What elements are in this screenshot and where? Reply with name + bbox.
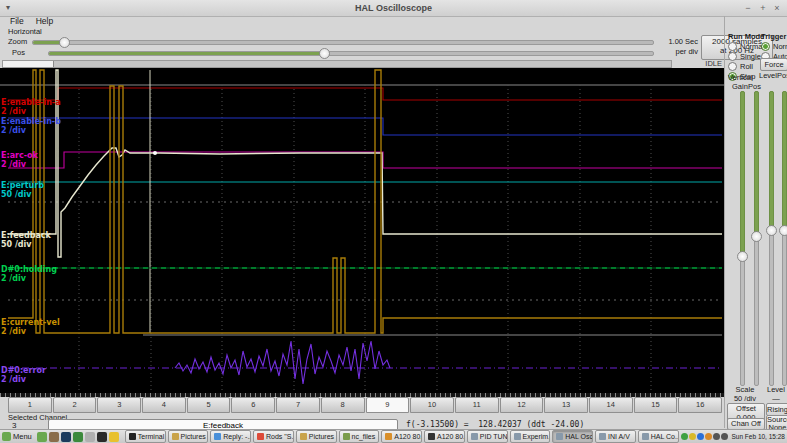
trigger-normal[interactable]: Normal [761,42,787,51]
channel-tab-2[interactable]: 2 [53,397,97,413]
taskbar: Menu TerminalPicturesReply: -...Rods "S.… [0,429,787,443]
channel-tab-12[interactable]: 12 [500,397,544,413]
taskbar-window-label: HAL Osc... [565,433,593,440]
trigger-pos-slider[interactable] [782,91,787,386]
vertical-pos-slider-handle[interactable] [751,231,762,242]
taskbar-window-icon [214,433,221,440]
taskbar-window-icon [300,433,307,440]
mint-menu-icon [2,432,11,441]
channel-tab-5[interactable]: 5 [187,397,231,413]
taskbar-window-icon [642,433,649,440]
taskbar-window-icon [556,433,563,440]
window-menu-icon[interactable]: ▾ [6,3,10,12]
channel-tab-16[interactable]: 16 [678,397,722,413]
browser-icon[interactable] [61,432,71,442]
level-label: Level [765,385,787,394]
taskbar-window-10[interactable]: HAL Osc... [552,430,593,443]
taskbar-window-5[interactable]: nc_files [339,430,380,443]
taskbar-window-2[interactable]: Reply: -... [210,430,251,443]
run-mode-roll[interactable]: Roll [728,62,764,71]
channel-label-e-enable-in-a: E:enable-in-a 2 /div [1,98,61,116]
force-button[interactable]: Force [760,58,787,71]
channel-label-e-feedback: E:feedback 50 /div [1,231,51,249]
zoom-slider-handle[interactable] [59,37,70,48]
taskbar-clock: Sun Feb 10, 15:28 [732,433,786,440]
channel-tab-11[interactable]: 11 [455,397,499,413]
channel-tab-8[interactable]: 8 [321,397,365,413]
close-button[interactable]: × [770,2,784,14]
taskbar-window-6[interactable]: A120 80... [381,430,422,443]
channel-tab-1[interactable]: 1 [8,397,52,413]
channel-tab-10[interactable]: 10 [410,397,454,413]
hal-oscilloscope-window: ▾ HAL Oscilloscope − + × FileHelp Horizo… [0,0,787,443]
record-scrollbar[interactable] [2,60,672,68]
taskbar-window-icon [343,433,350,440]
title-bar: ▾ HAL Oscilloscope − + × [0,0,787,17]
run-mode-single[interactable]: Single [728,52,764,61]
vertical-gain-slider-handle[interactable] [737,251,748,262]
maximize-button[interactable]: + [756,2,770,14]
run-mode-single-radio-icon [728,52,737,61]
update-shield-icon[interactable] [681,433,688,440]
taskbar-window-3[interactable]: Rods "S... [253,430,294,443]
minimize-button[interactable]: − [741,2,755,14]
run-mode-label: Run Mode [728,32,764,41]
channel-tab-7[interactable]: 7 [276,397,320,413]
scope-display[interactable]: E:enable-in-a 2 /divE:enable-in-b 2 /div… [0,68,724,397]
chrome-tray-icon[interactable] [689,433,696,440]
taskbar-window-11[interactable]: INI A/V [595,430,636,443]
show-desktop-icon[interactable] [37,432,47,442]
taskbar-window-12[interactable]: HAL Co... [638,430,679,443]
trigger-level-slider-handle[interactable] [766,225,777,236]
channel-tab-13[interactable]: 13 [544,397,588,413]
screenshot-icon[interactable] [97,432,107,442]
pos-slider-handle[interactable] [319,48,330,59]
taskbar-window-0[interactable]: Terminal [125,430,166,443]
menu-item-file[interactable]: File [4,16,30,27]
pos-label: Pos [12,48,25,57]
channel-tab-14[interactable]: 14 [589,397,633,413]
vertical-gain-slider[interactable] [740,91,745,386]
channel-tab-6[interactable]: 6 [231,397,275,413]
channel-tab-15[interactable]: 15 [634,397,678,413]
taskbar-window-8[interactable]: PID TUNE [467,430,508,443]
taskbar-window-9[interactable]: Experim... [510,430,551,443]
taskbar-window-icon [471,433,478,440]
taskbar-window-icon [428,433,435,440]
trigger-pos-slider-handle[interactable] [779,225,787,236]
taskbar-window-7[interactable]: A120 80... [424,430,465,443]
vertical-pos-label: Pos [748,82,761,91]
signal-icon[interactable] [721,433,728,440]
menu-button[interactable]: Menu [2,432,32,441]
edit-pencil-icon[interactable] [49,432,59,442]
trigger-pos-label: Pos [777,71,787,80]
trigger-level-label: Level [759,71,777,80]
zoom-slider[interactable] [32,40,654,45]
menu-item-help[interactable]: Help [30,16,59,27]
channel-label-e-arc-ok: E:arc-ok 2 /div [1,151,38,169]
channel-tab-4[interactable]: 4 [142,397,186,413]
pos-slider[interactable] [48,51,654,56]
trigger-label: Trigger [761,32,786,41]
taskbar-window-label: Rods "S... [266,433,294,440]
network-icon[interactable] [705,433,712,440]
channel-tab-3[interactable]: 3 [97,397,141,413]
volume-icon[interactable] [713,433,720,440]
trigger-level-slider[interactable] [769,91,774,386]
chrome-icon[interactable] [109,432,119,442]
menu-button-label: Menu [13,432,32,441]
trace-e-feedback [8,70,722,257]
bluetooth-icon[interactable] [697,433,704,440]
taskbar-window-1[interactable]: Pictures [168,430,209,443]
taskbar-window-label: INI A/V [608,433,630,440]
channel-tab-9[interactable]: 9 [366,397,410,413]
media-player-icon[interactable] [73,432,83,442]
record-scrollbar-thumb[interactable] [3,61,54,67]
taskbar-window-icon [385,433,392,440]
taskbar-window-label: Terminal [138,433,164,440]
run-mode-normal[interactable]: Normal [728,42,764,51]
run-mode-roll-radio-icon [728,62,737,71]
taskbar-window-4[interactable]: Pictures [296,430,337,443]
scope-traces [0,68,724,397]
file-manager-icon[interactable] [85,432,95,442]
